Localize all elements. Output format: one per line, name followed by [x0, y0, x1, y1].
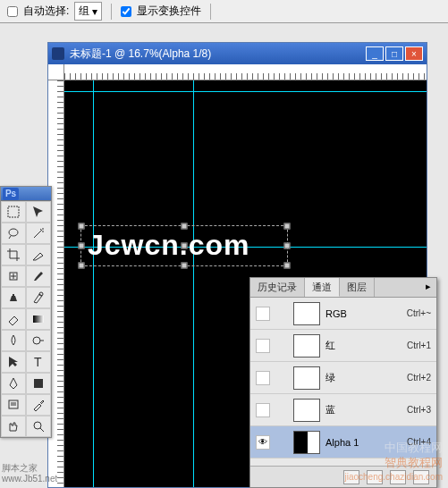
tab-layers[interactable]: 图层 — [340, 278, 375, 297]
clone-stamp-tool[interactable] — [1, 287, 26, 308]
channel-list: RGBCtrl+~红Ctrl+1绿Ctrl+2蓝Ctrl+3Alpha 1Ctr… — [250, 298, 436, 459]
channel-shortcut: Ctrl+3 — [407, 405, 431, 415]
shape-tool[interactable] — [26, 373, 51, 394]
svg-point-9 — [34, 422, 41, 429]
panel-tabs: 历史记录 通道 图层 ▸ — [250, 278, 436, 298]
pen-tool[interactable] — [1, 373, 26, 394]
auto-select-label: 自动选择: — [23, 4, 69, 19]
channel-thumbnail — [293, 399, 320, 422]
ruler-corner — [48, 64, 64, 80]
channel-row[interactable]: 红Ctrl+1 — [250, 330, 436, 362]
channel-name: 蓝 — [325, 403, 402, 416]
transform-handle-w[interactable] — [79, 243, 85, 249]
channel-thumbnail — [293, 302, 320, 325]
notes-tool[interactable] — [1, 394, 26, 416]
type-tool[interactable]: T — [26, 351, 51, 373]
channel-shortcut: Ctrl+2 — [407, 373, 431, 383]
channel-row[interactable]: RGBCtrl+~ — [250, 298, 436, 330]
watermark-right: 中国教程网 智典教程网 jiaocheng.chazidian.com — [344, 441, 443, 483]
channel-name: 红 — [325, 339, 402, 352]
tab-channels[interactable]: 通道 — [305, 278, 340, 297]
zoom-tool[interactable] — [26, 416, 51, 437]
marquee-tool[interactable] — [1, 201, 26, 223]
visibility-toggle[interactable] — [256, 403, 270, 417]
tab-history[interactable]: 历史记录 — [250, 278, 305, 297]
move-tool[interactable] — [26, 201, 51, 223]
magic-wand-tool[interactable] — [26, 223, 51, 244]
lasso-tool[interactable] — [1, 223, 26, 244]
panel-menu-icon[interactable]: ▸ — [420, 278, 436, 297]
svg-rect-4 — [33, 316, 44, 323]
svg-text:T: T — [34, 355, 42, 369]
divider — [111, 4, 112, 20]
channel-name: RGB — [325, 308, 402, 319]
titlebar[interactable]: 未标题-1 @ 16.7%(Alpha 1/8) _ □ × — [48, 43, 427, 64]
path-selection-tool[interactable] — [1, 351, 26, 373]
svg-point-5 — [33, 337, 40, 344]
svg-rect-0 — [8, 206, 19, 217]
hand-tool[interactable] — [1, 416, 26, 437]
transform-handle-sw[interactable] — [79, 263, 85, 269]
svg-rect-7 — [34, 379, 43, 388]
visibility-toggle[interactable] — [256, 307, 270, 321]
maximize-button[interactable]: □ — [385, 46, 403, 61]
show-transform-label: 显示变换控件 — [137, 4, 201, 19]
transform-handle-ne[interactable] — [284, 223, 291, 230]
channel-thumbnail — [293, 334, 320, 358]
blur-tool[interactable] — [1, 330, 26, 351]
canvas-text[interactable]: Jcwcn.com — [88, 229, 250, 262]
dodge-tool[interactable] — [26, 330, 51, 351]
healing-brush-tool[interactable] — [1, 265, 26, 287]
channel-shortcut: Ctrl+~ — [407, 308, 431, 318]
svg-point-1 — [9, 229, 18, 236]
show-transform-checkbox[interactable] — [121, 6, 131, 17]
channel-name: 绿 — [325, 371, 402, 384]
toolbox-header[interactable]: Ps — [1, 187, 51, 201]
auto-select-checkbox[interactable] — [7, 6, 18, 17]
transform-handle-se[interactable] — [284, 263, 291, 269]
ruler-horizontal[interactable] — [64, 64, 427, 80]
group-dropdown[interactable]: 组 ▾ — [74, 2, 102, 21]
eyedropper-tool[interactable] — [26, 394, 51, 416]
ps-icon — [52, 47, 64, 60]
group-dropdown-label: 组 — [79, 4, 89, 19]
transform-handle-s[interactable] — [182, 263, 188, 269]
document-title: 未标题-1 @ 16.7%(Alpha 1/8) — [70, 46, 211, 62]
gradient-tool[interactable] — [26, 308, 51, 330]
visibility-toggle[interactable] — [256, 371, 270, 385]
options-bar: 自动选择: 组 ▾ 显示变换控件 — [0, 0, 448, 23]
eraser-tool[interactable] — [1, 308, 26, 330]
channel-thumbnail — [293, 431, 320, 454]
chevron-down-icon: ▾ — [92, 5, 97, 18]
guide-vertical[interactable] — [193, 80, 194, 487]
toolbox: Ps T — [0, 186, 52, 438]
divider — [210, 4, 211, 20]
channel-thumbnail — [293, 366, 320, 390]
history-brush-tool[interactable] — [26, 287, 51, 308]
transform-handle-e[interactable] — [284, 243, 291, 249]
visibility-toggle[interactable] — [256, 435, 270, 450]
visibility-toggle[interactable] — [256, 339, 270, 353]
channel-row[interactable]: 蓝Ctrl+3 — [250, 394, 436, 426]
close-button[interactable]: × — [405, 46, 423, 61]
channel-shortcut: Ctrl+1 — [407, 341, 431, 350]
guide-vertical[interactable] — [93, 80, 94, 487]
ps-logo-icon: Ps — [3, 188, 19, 200]
minimize-button[interactable]: _ — [366, 46, 384, 61]
crop-tool[interactable] — [1, 244, 26, 265]
watermark-left: 脚本之家 www.Jb51.net — [2, 463, 57, 484]
transform-handle-nw[interactable] — [79, 223, 85, 230]
brush-tool[interactable] — [26, 265, 51, 287]
guide-horizontal[interactable] — [64, 91, 427, 92]
channel-row[interactable]: 绿Ctrl+2 — [250, 362, 436, 394]
slice-tool[interactable] — [26, 244, 51, 265]
